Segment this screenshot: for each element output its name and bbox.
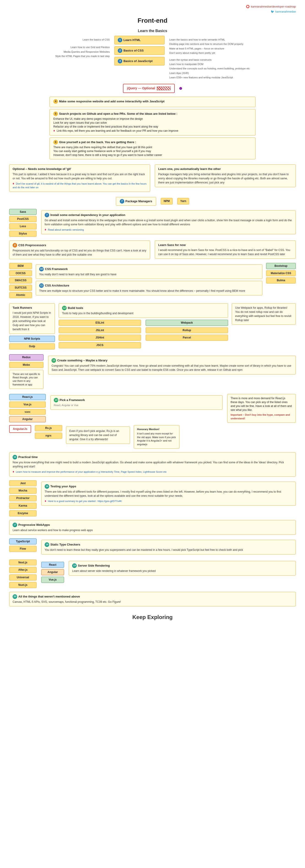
learn-html-box[interactable]: 1 Learn HTML [114,36,165,44]
sass-item[interactable]: Sass [9,209,37,215]
js-note-2: Learn how to manipulate DOM [169,63,250,66]
badge-testing: 16 [44,484,49,489]
materialize-item[interactable]: Materialize CSS [266,270,296,276]
page-title: Front-end [9,16,296,25]
learn-html-label: Learn HTML [123,38,141,42]
css-framework-title-text: CSS Framework [45,267,68,271]
build-tools-section: Task Runners I would just pick NPM Scrip… [9,302,296,351]
static-type-title-text: Static Type Checkers [50,542,80,547]
react-important-text: Important – Don't buy into the hype, com… [231,413,293,420]
step5-link[interactable]: ♦ Link this repo, tell them you are lear… [53,128,252,133]
rollup-item[interactable]: Rollup [146,327,228,334]
badge-3: 3 [118,59,122,63]
smacss-item[interactable]: SMACSS [9,277,32,283]
parcel-item[interactable]: Parcel [146,335,228,341]
linters-col: ESLint JSLint JSHint JSCS [59,320,141,348]
static-type-section: TypeScript Flow 18 Static Type Checkers … [9,538,296,556]
sass-note-col: Learn Sass for now I would recommend you… [155,239,296,260]
mobx-item[interactable]: Mobx [9,362,43,368]
sass-note-text: I would recommend you to learn Sass for … [158,248,293,256]
twitter-link[interactable]: 🐦 kamranahmedse [271,10,296,14]
build-tools-main-title-text: Build tools [68,306,83,310]
eslint-item[interactable]: ESLint [59,320,141,326]
pwa-box: 17 Progressive WebApps Learn about servi… [9,520,296,535]
vuejs-ssr-item[interactable]: Vue.js [41,577,64,583]
reactjs-item[interactable]: React.js [9,394,46,400]
badge-pwa: 17 [12,523,17,527]
gulp-item[interactable]: Gulp [9,343,55,349]
afterjs-item[interactable]: After.js [9,567,37,573]
css-framework-box: 10 CSS Framework You really don't need t… [36,264,263,279]
typescript-item[interactable]: TypeScript [9,538,37,545]
github-link[interactable]: ⭕ kamranahmedse/developer-roadmap [246,5,296,9]
step5-link-text: Link this repo, tell them you are learni… [57,129,178,132]
jscs-item[interactable]: JSCS [59,342,141,348]
less-item[interactable]: Less [9,223,37,229]
create-something-col: 13 Create something – Maybe a library Co… [48,354,296,390]
angular-ssr-item[interactable]: Angular [41,569,64,575]
pick-framework-title: 14 Pick a Framework [54,398,219,402]
react-ssr-item[interactable]: React [41,562,64,568]
learn-other-col: Learn one, you automatically learn the o… [155,163,296,193]
step6-item-3: However, don't stop here, there is still… [53,153,252,157]
nuxtjs-item[interactable]: Nuxt.js [9,582,37,588]
basics-css-box[interactable]: 2 Basics of CSS [114,46,165,55]
build-tools-main-text: Tools to help you in the building/bundli… [62,311,225,315]
build-tools-center-col: 12 Build tools Tools to help you in the … [59,302,228,351]
optional-git-link[interactable]: ♦ Don't be scared of git, it is easiest … [12,181,147,189]
stylus-item[interactable]: Stylus [9,230,37,237]
testing-link[interactable]: ♦ Here is a good summary to get you star… [44,499,293,503]
optional-git-col: Optional – Needs some knowledge of 'git'… [9,163,150,193]
npm-label[interactable]: NPM [161,198,173,205]
protractor-item[interactable]: Protractor [9,495,37,501]
oocss-item[interactable]: OOCSS [9,270,32,276]
jest-item[interactable]: Jest [9,480,37,487]
ssr-text: Learn about server side rendering in wha… [72,569,293,573]
mocha-item[interactable]: Mocha [9,488,37,494]
enzyme-item[interactable]: Enzyme [9,510,37,517]
pink-dot-icon: ♦ [53,129,55,132]
vuejs-item[interactable]: Vue.js [9,401,46,408]
bem-item[interactable]: BEM [9,263,32,269]
static-type-title: 18 Static Type Checkers [44,542,293,547]
basics-js-box[interactable]: 3 Basics of JavaScript [114,57,165,65]
left-note-4: Style the HTML Pages that you made in la… [55,55,110,58]
badge-build: 12 [62,306,67,310]
redux-mobx-col: Redux Mobx These are not specific to Rea… [9,354,43,390]
basics-js-label: Basics of JavaScript [123,59,152,63]
ssr-section: Next.js After.js Universal Nuxt.js React… [9,559,296,588]
testing-list: Jest Mocha Protractor Karma Enzyme [9,480,37,517]
rxjs-item[interactable]: Rx.js [35,425,62,431]
atomic-item[interactable]: Atomic [9,292,32,298]
bootstrap-item[interactable]: Bootstrap [266,263,296,269]
webpack-item[interactable]: Webpack [146,320,228,326]
learn-basics-heading: Learn the Basics [9,28,296,33]
flow-item[interactable]: Flow [9,546,37,552]
universal-item[interactable]: Universal [9,575,37,581]
nextjs-item[interactable]: Next.js [9,559,37,566]
yarn-label[interactable]: Yarn [177,198,189,205]
step6-box: 6 Give yourself a pat on the back. You a… [50,137,255,159]
practical-link[interactable]: ♦ Learn how to measure and improve the p… [12,469,293,474]
pink-dot-icon5: ♦ [44,499,46,503]
npm-scripts-item[interactable]: NPM Scripts [9,336,55,342]
left-notes: Learn the basics of CSS Learn how to use… [55,36,110,80]
npm-gulp-list: NPM Scripts Gulp [9,336,55,349]
jshint-item[interactable]: JSHint [59,335,141,341]
suitcss-item[interactable]: SUITCSS [9,285,32,291]
karma-item[interactable]: Karma [9,503,37,509]
postcss-item[interactable]: PostCSS [9,216,37,222]
ngrx-item[interactable]: ngrx [35,433,62,439]
badge-ssr: 19 [72,563,77,568]
vuex-item[interactable]: vuex [9,409,46,415]
angular-item[interactable]: Angular [9,416,46,422]
create-something-section: Redux Mobx These are not specific to Rea… [9,354,296,390]
ssr-box: 19 Server Side Rendering Learn about ser… [69,561,296,576]
install-link[interactable]: ♦ Read about semantic versioning [44,227,293,232]
step5-items: Enhance the UI, make any demo pages resp… [53,117,252,128]
jslint-item[interactable]: JSLint [59,327,141,334]
bulma-item[interactable]: Bulma [266,277,296,283]
redux-item[interactable]: Redux [9,354,43,361]
twitter-link-text: kamranahmedse [275,10,296,14]
bundler-note-box: Use Webpack for apps, Rollup for librari… [232,303,296,325]
